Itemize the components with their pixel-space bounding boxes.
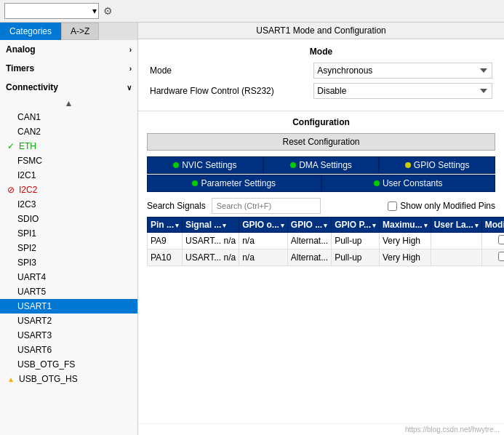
sidebar-item-i2c1[interactable]: I2C1 bbox=[0, 168, 137, 183]
param-dot bbox=[192, 180, 198, 186]
nvic-dot bbox=[173, 162, 179, 168]
tab-gpio-settings[interactable]: GPIO Settings bbox=[379, 156, 495, 174]
cell-gpio-o-1: n/a bbox=[239, 250, 288, 266]
content: USART1 Mode and Configuration Mode Mode … bbox=[138, 23, 504, 435]
search-signals-input[interactable] bbox=[212, 198, 321, 214]
sidebar-items: Analog › Timers › Connectivity ∨ ▲ CAN1 … bbox=[0, 40, 137, 435]
mode-section: Mode Mode Asynchronous Synchronous Singl… bbox=[138, 39, 504, 111]
mode-row: Mode Asynchronous Synchronous Single Wir… bbox=[150, 63, 492, 79]
tab-atoz[interactable]: A->Z bbox=[61, 23, 99, 40]
user-dot bbox=[374, 180, 380, 186]
show-modified-checkbox[interactable] bbox=[388, 201, 397, 211]
sidebar-item-fsmc[interactable]: FSMC bbox=[0, 153, 137, 168]
scroll-up[interactable]: ▲ bbox=[0, 97, 137, 110]
mode-select[interactable]: Asynchronous Synchronous Single Wire bbox=[313, 63, 492, 79]
sidebar-item-i2c2[interactable]: I2C2 bbox=[0, 183, 137, 197]
sidebar-item-uart4[interactable]: UART4 bbox=[0, 270, 137, 284]
hw-flow-select[interactable]: Disable CTS Only RTS Only CTS/RTS bbox=[313, 83, 492, 99]
cell-modified-1[interactable] bbox=[481, 250, 504, 266]
user-sort-arrow: ▾ bbox=[475, 222, 479, 229]
config-section: Configuration Reset Configuration NVIC S… bbox=[138, 111, 504, 423]
sidebar-timers-label: Timers bbox=[6, 63, 34, 73]
table-row: PA9 USART... n/a n/a Alternat... Pull-up… bbox=[148, 233, 505, 250]
tab-user-constants[interactable]: User Constants bbox=[321, 175, 496, 192]
col-modified[interactable]: Modified bbox=[481, 218, 504, 233]
modified-checkbox-0[interactable] bbox=[498, 235, 504, 244]
gpio-dot bbox=[405, 162, 411, 168]
sidebar-item-spi1[interactable]: SPI1 bbox=[0, 226, 137, 241]
sidebar-connectivity-label: Connectivity bbox=[6, 82, 58, 92]
sidebar-section-connectivity[interactable]: Connectivity ∨ bbox=[0, 78, 137, 97]
watermark: https://blog.csdn.net/hwytre... bbox=[138, 423, 504, 435]
col-pin[interactable]: Pin ...▾ bbox=[148, 218, 183, 233]
sidebar-analog-label: Analog bbox=[6, 44, 36, 55]
mode-label: Mode bbox=[150, 65, 313, 76]
sidebar-item-spi2[interactable]: SPI2 bbox=[0, 241, 137, 255]
col-gpio-p[interactable]: GPIO P...▾ bbox=[332, 218, 380, 233]
sidebar-item-usart3[interactable]: USART3 bbox=[0, 328, 137, 343]
config-tabs-bottom: Parameter Settings User Constants bbox=[147, 175, 495, 192]
sidebar-item-sdio[interactable]: SDIO bbox=[0, 212, 137, 226]
sidebar-item-usart2[interactable]: USART2 bbox=[0, 314, 137, 328]
sidebar-item-usb-otg-hs[interactable]: USB_OTG_HS bbox=[0, 372, 137, 386]
show-modified-row: Show only Modified Pins bbox=[388, 201, 495, 211]
sidebar-item-usart1[interactable]: USART1 bbox=[0, 299, 137, 314]
cell-pin-0: PA9 bbox=[148, 233, 183, 250]
timers-arrow: › bbox=[129, 65, 132, 73]
sidebar-tabs: Categories A->Z bbox=[0, 23, 137, 40]
col-gpio-o[interactable]: GPIO o...▾ bbox=[239, 218, 288, 233]
sidebar-item-uart5[interactable]: UART5 bbox=[0, 284, 137, 299]
gear-icon[interactable]: ⚙ bbox=[103, 5, 113, 17]
gpio-p-sort-arrow: ▾ bbox=[372, 222, 376, 229]
sidebar: Categories A->Z Analog › Timers › Connec… bbox=[0, 23, 138, 435]
signal-sort-arrow: ▾ bbox=[223, 222, 226, 229]
sidebar-item-spi3[interactable]: SPI3 bbox=[0, 255, 137, 270]
col-gpio-m[interactable]: GPIO ...▾ bbox=[287, 218, 331, 233]
table-row: PA10 USART... n/a n/a Alternat... Pull-u… bbox=[148, 250, 505, 266]
sidebar-item-can2[interactable]: CAN2 bbox=[0, 124, 137, 139]
col-signal[interactable]: Signal ...▾ bbox=[183, 218, 239, 233]
sidebar-item-usb-otg-fs[interactable]: USB_OTG_FS bbox=[0, 357, 137, 372]
config-title: Configuration bbox=[147, 117, 495, 127]
cell-max-1: Very High bbox=[380, 250, 431, 266]
main-layout: Categories A->Z Analog › Timers › Connec… bbox=[0, 23, 504, 435]
cell-gpio-o-0: n/a bbox=[239, 233, 288, 250]
mode-section-title: Mode bbox=[150, 47, 492, 57]
sidebar-item-usart6[interactable]: USART6 bbox=[0, 343, 137, 357]
hw-flow-label: Hardware Flow Control (RS232) bbox=[150, 86, 313, 96]
tab-categories[interactable]: Categories bbox=[0, 23, 61, 40]
gpio-m-sort-arrow: ▾ bbox=[324, 222, 327, 229]
col-user-label[interactable]: User La...▾ bbox=[431, 218, 481, 233]
search-box[interactable]: ▾ bbox=[4, 3, 99, 19]
cell-signal-1: USART... n/a bbox=[183, 250, 239, 266]
modified-checkbox-1[interactable] bbox=[498, 252, 504, 261]
pin-sort-arrow: ▾ bbox=[175, 222, 179, 229]
connectivity-arrow: ∨ bbox=[127, 84, 132, 92]
sidebar-item-eth[interactable]: ETH bbox=[0, 139, 137, 153]
show-modified-label: Show only Modified Pins bbox=[400, 201, 495, 211]
cell-gpio-m-1: Alternat... bbox=[287, 250, 331, 266]
col-max[interactable]: Maximu...▾ bbox=[380, 218, 431, 233]
tab-nvic-settings[interactable]: NVIC Settings bbox=[147, 156, 263, 174]
cell-modified-0[interactable] bbox=[481, 233, 504, 250]
content-title: USART1 Mode and Configuration bbox=[138, 23, 504, 39]
signal-search-row: Search Signals Show only Modified Pins bbox=[147, 198, 495, 214]
sidebar-section-analog[interactable]: Analog › bbox=[0, 40, 137, 59]
search-dropdown-btn[interactable]: ▾ bbox=[91, 6, 98, 16]
sidebar-item-i2c3[interactable]: I2C3 bbox=[0, 197, 137, 212]
cell-user-0 bbox=[431, 233, 481, 250]
cell-signal-0: USART... n/a bbox=[183, 233, 239, 250]
analog-arrow: › bbox=[129, 46, 132, 54]
sidebar-section-timers[interactable]: Timers › bbox=[0, 59, 137, 78]
tab-parameter-settings[interactable]: Parameter Settings bbox=[147, 175, 321, 192]
sidebar-item-can1[interactable]: CAN1 bbox=[0, 110, 137, 124]
cell-pin-1: PA10 bbox=[148, 250, 183, 266]
tab-dma-settings[interactable]: DMA Settings bbox=[263, 156, 380, 174]
reset-configuration-button[interactable]: Reset Configuration bbox=[147, 133, 495, 151]
max-sort-arrow: ▾ bbox=[424, 222, 428, 229]
search-input[interactable] bbox=[5, 7, 91, 15]
dma-dot bbox=[290, 162, 296, 168]
cell-gpio-p-1: Pull-up bbox=[332, 250, 380, 266]
cell-max-0: Very High bbox=[380, 233, 431, 250]
cell-gpio-m-0: Alternat... bbox=[287, 233, 331, 250]
